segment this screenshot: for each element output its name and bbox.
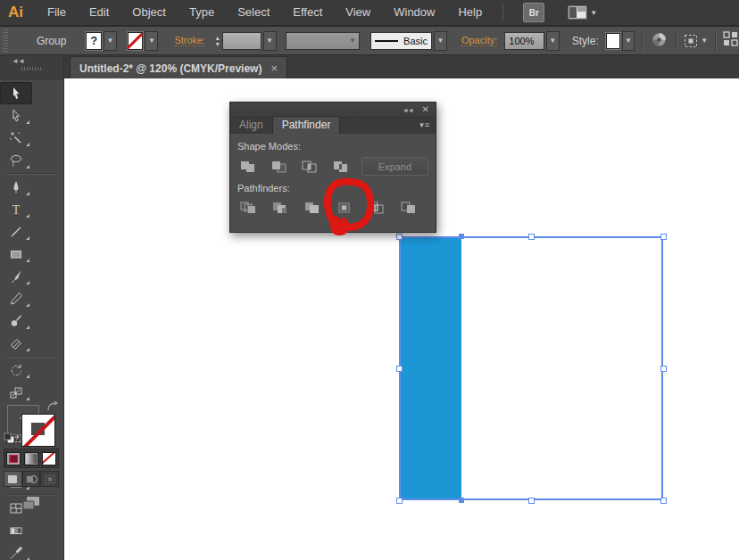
panel-tabs: Align Pathfinder ▾≡	[230, 118, 436, 134]
minus-front-button[interactable]	[269, 158, 290, 175]
stroke-color-swatch[interactable]	[128, 32, 144, 50]
workspace-switcher-button[interactable]: ▼	[568, 5, 597, 20]
trim-button[interactable]	[270, 199, 291, 216]
selection-handle[interactable]	[528, 234, 535, 240]
draw-normal-button[interactable]	[4, 471, 22, 487]
stroke-swatch-indicator[interactable]	[21, 414, 55, 447]
unite-icon	[240, 161, 256, 173]
none-button[interactable]	[42, 452, 56, 465]
menu-item-file[interactable]: File	[36, 5, 78, 19]
selection-handle[interactable]	[528, 498, 535, 504]
gradient-button[interactable]	[24, 452, 38, 465]
draw-normal-icon	[7, 474, 18, 484]
lasso-tool[interactable]	[0, 149, 32, 171]
type-tool[interactable]: T	[0, 198, 32, 220]
style-dropdown-arrow[interactable]: ▼	[622, 31, 635, 51]
selection-handle[interactable]	[660, 498, 667, 504]
menu-item-edit[interactable]: Edit	[78, 5, 120, 19]
divide-icon	[240, 202, 256, 214]
controlbar-grip[interactable]	[3, 29, 8, 53]
menu-item-window[interactable]: Window	[382, 5, 446, 19]
unite-button[interactable]	[237, 158, 259, 175]
pencil-tool[interactable]	[0, 287, 32, 309]
intersect-button[interactable]	[299, 158, 320, 175]
divide-button[interactable]	[237, 199, 259, 216]
selection-bounding-box[interactable]	[399, 236, 663, 500]
shape-mode-buttons: Expand	[237, 157, 428, 176]
menu-item-object[interactable]: Object	[120, 5, 178, 19]
fill-color-swatch[interactable]: ?	[86, 32, 102, 50]
gradient-tool[interactable]	[0, 519, 32, 541]
stroke-dropdown-arrow[interactable]: ▼	[145, 31, 158, 51]
screen-mode-button[interactable]	[18, 492, 45, 514]
fill-dropdown-arrow[interactable]: ▼	[104, 31, 117, 51]
outline-button[interactable]	[366, 199, 387, 216]
paintbrush-tool[interactable]	[0, 265, 32, 287]
opacity-field[interactable]: 100%	[504, 32, 544, 50]
scale-icon	[9, 385, 23, 399]
selection-handle[interactable]	[396, 366, 403, 372]
outline-icon	[369, 202, 385, 214]
stroke-weight-stepper[interactable]: ▲▼	[214, 35, 220, 47]
tools-panel-header[interactable]: ◄◄	[0, 55, 63, 79]
tab-pathfinder[interactable]: Pathfinder	[272, 116, 341, 134]
crop-button[interactable]	[334, 199, 355, 216]
color-button[interactable]	[6, 452, 21, 465]
opacity-link[interactable]: Opacity:	[461, 35, 497, 46]
scale-tool[interactable]	[0, 381, 32, 403]
draw-behind-button[interactable]	[22, 471, 41, 487]
chevron-down-icon: ▼	[349, 37, 356, 45]
brush-definition-dropdown[interactable]: Basic	[370, 32, 432, 50]
rectangle-tool[interactable]	[0, 243, 32, 265]
panel-menu-icon[interactable]: ▾≡	[419, 120, 430, 129]
magic-wand-tool[interactable]	[0, 127, 32, 149]
menu-item-help[interactable]: Help	[446, 5, 494, 19]
anchor-point[interactable]	[459, 498, 464, 503]
stroke-weight-field[interactable]	[222, 32, 261, 50]
menu-item-effect[interactable]: Effect	[281, 5, 334, 19]
exclude-button[interactable]	[330, 158, 352, 175]
align-panel-button[interactable]	[723, 31, 739, 50]
draw-inside-button[interactable]	[40, 471, 59, 487]
tools-panel-grip[interactable]	[21, 67, 43, 70]
rotate-icon	[9, 363, 23, 377]
swap-fill-stroke-icon[interactable]	[46, 401, 59, 412]
minus-back-button[interactable]	[398, 199, 419, 216]
bridge-button[interactable]: Br	[523, 3, 544, 22]
stroke-link[interactable]: Stroke:	[174, 35, 205, 46]
menu-item-select[interactable]: Select	[226, 5, 281, 19]
selection-handle[interactable]	[660, 366, 667, 372]
merge-button[interactable]	[302, 199, 323, 216]
close-panel-icon[interactable]: ✕	[422, 105, 429, 114]
collapse-panel-icon[interactable]: ◄◄	[403, 107, 413, 113]
tab-align[interactable]: Align	[230, 117, 272, 134]
direct-selection-tool[interactable]	[0, 104, 32, 127]
recolor-artwork-button[interactable]	[652, 32, 667, 50]
default-fill-stroke-icon[interactable]	[4, 432, 16, 444]
rotate-tool[interactable]	[0, 358, 32, 381]
selection-handle[interactable]	[396, 234, 403, 240]
collapse-panel-icon[interactable]: ◄◄	[12, 57, 24, 65]
eyedropper-tool[interactable]	[0, 541, 32, 560]
selection-handle[interactable]	[660, 234, 667, 240]
eraser-tool[interactable]	[0, 332, 32, 354]
style-swatch[interactable]	[606, 33, 620, 49]
document-tab-title: Untitled-2* @ 120% (CMYK/Preview)	[79, 62, 262, 75]
menu-item-type[interactable]: Type	[178, 5, 226, 19]
blob-brush-tool[interactable]	[0, 309, 32, 332]
tab-close-icon[interactable]: ×	[270, 62, 278, 75]
brush-dropdown-arrow[interactable]: ▼	[434, 31, 447, 51]
line-segment-tool[interactable]	[0, 220, 32, 243]
width-profile-dropdown[interactable]: ▼	[286, 32, 360, 50]
select-similar-button[interactable]: ▼	[684, 34, 708, 48]
anchor-point[interactable]	[459, 234, 464, 239]
document-tab[interactable]: Untitled-2* @ 120% (CMYK/Preview) ×	[70, 56, 287, 79]
selection-handle[interactable]	[396, 498, 403, 504]
opacity-dropdown-arrow[interactable]: ▼	[546, 31, 560, 51]
stroke-weight-arrow[interactable]: ▼	[263, 31, 277, 51]
selection-tool[interactable]	[0, 82, 32, 104]
pen-tool[interactable]	[0, 176, 32, 198]
none-slash-icon	[21, 414, 55, 447]
expand-button[interactable]: Expand	[361, 157, 428, 176]
menu-item-view[interactable]: View	[334, 5, 382, 19]
